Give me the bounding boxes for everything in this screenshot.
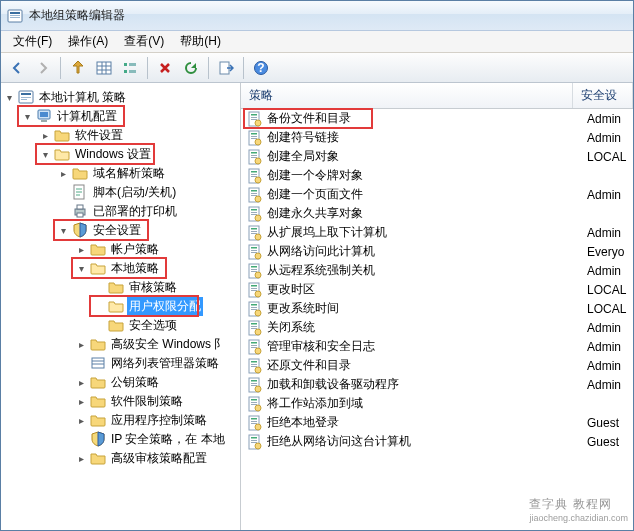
expand-icon[interactable]: ▾ [75,262,87,274]
expand-icon[interactable]: ▸ [75,376,87,388]
policy-name: 关闭系统 [267,319,315,336]
node-icon [108,298,124,314]
policy-name: 更改时区 [267,281,315,298]
expand-icon[interactable]: ▾ [39,148,51,160]
expand-icon[interactable]: ▾ [21,110,33,122]
list-row[interactable]: 将工作站添加到域 [241,394,633,413]
tree-node[interactable]: 安全选项 [93,316,240,334]
svg-rect-10 [124,70,127,73]
list-row[interactable]: 从远程系统强制关机 Admin [241,261,633,280]
list-row[interactable]: 创建符号链接 Admin [241,128,633,147]
node-icon [90,393,106,409]
policy-name: 更改系统时间 [267,300,339,317]
policy-icon [247,187,263,203]
tree-node[interactable]: 脚本(启动/关机) [57,183,240,201]
refresh-button[interactable] [179,56,203,80]
tree-node[interactable]: ▸ 公钥策略 [75,373,240,391]
svg-rect-77 [251,288,257,289]
list-row[interactable]: 从网络访问此计算机 Everyo [241,242,633,261]
help-button[interactable]: ? [249,56,273,80]
svg-point-34 [255,120,261,126]
list-row[interactable]: 拒绝从网络访问这台计算机 Guest [241,432,633,451]
tree-node[interactable]: ▸ 应用程序控制策略 [75,411,240,429]
expand-icon [57,205,69,217]
tree-node[interactable]: ▸ 高级审核策略配置 [75,449,240,467]
policy-icon [247,111,263,127]
tree-node[interactable]: ▾ Windows 设置 [39,145,240,163]
tree-node[interactable]: ▸ 帐户策略 [75,240,240,258]
menu-file[interactable]: 文件(F) [5,31,60,52]
column-security[interactable]: 安全设 [573,83,633,108]
tree-node[interactable]: ▾ 安全设置 [57,221,240,239]
column-policy[interactable]: 策略 [241,83,573,108]
svg-point-89 [255,329,261,335]
expand-icon[interactable]: ▸ [75,243,87,255]
svg-rect-112 [251,421,257,422]
svg-rect-9 [124,63,127,66]
expand-icon[interactable]: ▾ [57,224,69,236]
list-pane[interactable]: 策略 安全设 备份文件和目录 Admin 创建符号链接 Admin 创建全局对象… [241,83,633,530]
svg-rect-17 [21,93,31,95]
node-icon [90,431,106,447]
policy-icon [247,415,263,431]
tree-node[interactable]: 已部署的打印机 [57,202,240,220]
tree-node[interactable]: ▸ 高级安全 Windows 阝 [75,335,240,353]
node-icon [54,127,70,143]
expand-icon[interactable]: ▸ [75,452,87,464]
list-row[interactable]: 更改系统时间 LOCAL [241,299,633,318]
tree-label: 用户权限分配 [127,297,203,316]
list-row[interactable]: 加载和卸载设备驱动程序 Admin [241,375,633,394]
svg-rect-48 [251,176,257,177]
list-row[interactable]: 创建一个令牌对象 [241,166,633,185]
tree-node[interactable]: ▾ 本地计算机 策略 [3,88,240,106]
svg-rect-81 [251,304,257,306]
list-row[interactable]: 创建全局对象 LOCAL [241,147,633,166]
expand-icon[interactable]: ▸ [75,414,87,426]
list-row[interactable]: 备份文件和目录 Admin [241,109,633,128]
expand-icon[interactable]: ▸ [75,338,87,350]
list-row[interactable]: 创建一个页面文件 Admin [241,185,633,204]
policy-icon [247,225,263,241]
list-row[interactable]: 还原文件和目录 Admin [241,356,633,375]
tree-node[interactable]: ▾ 计算机配置 [21,107,240,125]
policy-icon [247,301,263,317]
policy-name: 备份文件和目录 [267,110,351,127]
expand-icon[interactable]: ▸ [57,167,69,179]
policy-security: Admin [581,378,633,392]
tree-node[interactable]: 审核策略 [93,278,240,296]
back-button[interactable] [5,56,29,80]
forward-button[interactable] [31,56,55,80]
tree-node[interactable]: 网络列表管理器策略 [75,354,240,372]
export-button[interactable] [214,56,238,80]
svg-rect-25 [77,205,83,209]
tree-label: 审核策略 [127,278,179,297]
tree-node[interactable]: ▸ 软件限制策略 [75,392,240,410]
up-button[interactable] [66,56,90,80]
expand-icon[interactable]: ▸ [39,129,51,141]
table-view-button[interactable] [92,56,116,80]
list-row[interactable]: 拒绝本地登录 Guest [241,413,633,432]
menu-view[interactable]: 查看(V) [116,31,172,52]
list-row[interactable]: 更改时区 LOCAL [241,280,633,299]
tree-node[interactable]: ▸ 域名解析策略 [57,164,240,182]
svg-point-44 [255,158,261,164]
list-view-button[interactable] [118,56,142,80]
delete-button[interactable] [153,56,177,80]
policy-icon [247,396,263,412]
tree-pane[interactable]: ▾ 本地计算机 策略 ▾ 计算机配置 ▸ 软件设置 ▾ Windows 设置 ▸… [1,83,241,530]
list-row[interactable]: 从扩展坞上取下计算机 Admin [241,223,633,242]
tree-node[interactable]: IP 安全策略，在 本地 [75,430,240,448]
toolbar-separator [147,57,148,79]
tree-node[interactable]: ▸ 软件设置 [39,126,240,144]
expand-icon[interactable]: ▾ [3,91,15,103]
tree-node[interactable]: ▾ 本地策略 [75,259,240,277]
menu-action[interactable]: 操作(A) [60,31,116,52]
tree-node[interactable]: 用户权限分配 [93,297,240,315]
list-row[interactable]: 创建永久共享对象 [241,204,633,223]
list-row[interactable]: 管理审核和安全日志 Admin [241,337,633,356]
policy-name: 将工作站添加到域 [267,395,363,412]
menu-help[interactable]: 帮助(H) [172,31,229,52]
list-row[interactable]: 关闭系统 Admin [241,318,633,337]
policy-security: Admin [581,112,633,126]
expand-icon[interactable]: ▸ [75,395,87,407]
